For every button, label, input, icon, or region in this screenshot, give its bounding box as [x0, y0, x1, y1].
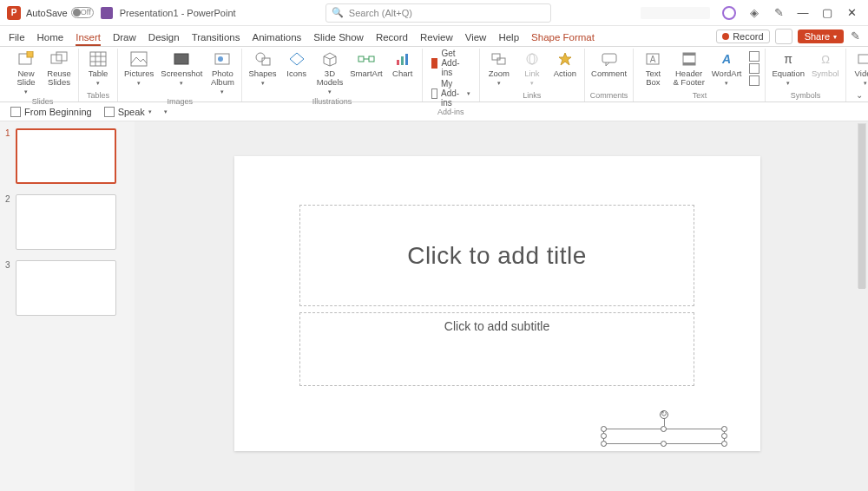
autosave-label: AutoSave — [26, 8, 68, 18]
smartart-button[interactable]: SmartArt — [349, 49, 383, 97]
chart-button[interactable]: Chart — [389, 49, 417, 97]
resize-handle[interactable] — [661, 426, 667, 432]
account-name[interactable] — [641, 7, 710, 19]
reuse-slides-button[interactable]: Reuse Slides — [45, 49, 73, 97]
models-3d-button[interactable]: 3D Models▾ — [316, 49, 345, 97]
present-mode-button[interactable] — [775, 29, 792, 44]
speak-button[interactable]: Speak ▾ — [104, 107, 152, 117]
maximize-button[interactable]: ▢ — [821, 6, 833, 19]
svg-point-13 — [256, 53, 265, 62]
tab-draw[interactable]: Draw — [113, 32, 136, 46]
svg-rect-23 — [405, 54, 408, 65]
my-addins-button[interactable]: My Add-ins ▾ — [431, 79, 470, 108]
slide-number-icon[interactable] — [749, 63, 760, 74]
tab-shape-format[interactable]: Shape Format — [531, 32, 595, 46]
avatar[interactable] — [722, 6, 736, 20]
tab-design[interactable]: Design — [148, 32, 180, 46]
thumbnail-2[interactable]: 2 — [5, 194, 128, 250]
group-label-illustrations: Illustrations — [312, 97, 352, 108]
svg-rect-9 — [131, 52, 147, 66]
svg-rect-4 — [90, 52, 106, 66]
tab-review[interactable]: Review — [420, 32, 453, 46]
collapse-ribbon-button[interactable]: ⌄ — [856, 90, 863, 100]
date-time-icon[interactable] — [749, 51, 760, 62]
selected-textbox-shape[interactable] — [603, 429, 725, 444]
customize-qat-button[interactable]: ▾ — [164, 108, 168, 115]
svg-text:A: A — [721, 52, 731, 66]
object-icon[interactable] — [749, 75, 760, 86]
vertical-scrollbar[interactable] — [858, 123, 866, 288]
from-beginning-button[interactable]: From Beginning — [10, 107, 92, 117]
scrollbar-thumb[interactable] — [858, 124, 865, 289]
subtitle-placeholder[interactable]: Click to add subtitle — [299, 312, 694, 386]
group-tables: Table▾ Tables — [79, 49, 118, 101]
tab-view[interactable]: View — [465, 32, 487, 46]
get-addins-button[interactable]: Get Add-ins — [431, 49, 470, 77]
shapes-button[interactable]: Shapes▾ — [247, 49, 277, 97]
toggle-icon[interactable]: Off — [71, 7, 94, 18]
header-footer-icon — [680, 50, 699, 68]
resize-handle[interactable] — [721, 441, 727, 447]
symbol-button[interactable]: Ω Symbol — [811, 49, 840, 88]
link-button[interactable]: Link▾ — [518, 49, 546, 88]
tab-slideshow[interactable]: Slide Show — [313, 32, 364, 46]
resize-handle[interactable] — [601, 433, 607, 439]
record-button[interactable]: Record — [716, 29, 769, 43]
ribbon-tabs: File Home Insert Draw Design Transitions… — [0, 26, 868, 47]
close-button[interactable]: ✕ — [845, 6, 858, 19]
comment-button[interactable]: Comment — [590, 49, 628, 80]
save-icon[interactable] — [101, 7, 113, 19]
resize-handle[interactable] — [661, 441, 667, 447]
icons-icon — [287, 50, 306, 68]
wordart-icon: A — [717, 50, 736, 68]
autosave-toggle[interactable]: AutoSave Off — [26, 7, 94, 18]
pictures-button[interactable]: Pictures▾ — [123, 49, 155, 97]
zoom-button[interactable]: Zoom▾ — [485, 49, 513, 88]
comments-pane-icon[interactable]: ✎ — [849, 30, 861, 43]
photo-album-button[interactable]: Photo Album▾ — [208, 49, 236, 97]
tab-file[interactable]: File — [9, 32, 25, 46]
text-box-button[interactable]: A Text Box — [639, 49, 667, 88]
shapes-icon — [253, 50, 273, 68]
tab-insert[interactable]: Insert — [76, 32, 101, 46]
screenshot-icon — [172, 50, 191, 68]
tab-home[interactable]: Home — [37, 32, 64, 46]
pen-icon[interactable]: ✎ — [773, 7, 785, 19]
title-placeholder[interactable]: Click to add title — [299, 205, 694, 306]
table-button[interactable]: Table▾ — [84, 49, 112, 88]
tab-help[interactable]: Help — [498, 32, 519, 46]
svg-text:π: π — [784, 52, 792, 66]
share-button[interactable]: Share▾ — [798, 29, 844, 43]
svg-rect-29 — [602, 54, 616, 62]
diamond-icon[interactable]: ◈ — [748, 7, 760, 19]
thumbnail-1[interactable]: 1 — [5, 128, 128, 184]
slide[interactable]: Click to add title Click to add subtitle — [234, 156, 760, 451]
resize-handle[interactable] — [601, 426, 607, 432]
rotate-handle[interactable] — [660, 410, 668, 419]
action-button[interactable]: Action — [551, 49, 579, 88]
resize-handle[interactable] — [601, 441, 607, 447]
tab-record[interactable]: Record — [376, 32, 408, 46]
search-input[interactable]: 🔍 Search (Alt+Q) — [326, 3, 551, 23]
tab-transitions[interactable]: Transitions — [192, 32, 240, 46]
minimize-button[interactable]: — — [797, 6, 809, 19]
video-button[interactable]: Video▾ — [852, 49, 868, 88]
tab-animations[interactable]: Animations — [252, 32, 301, 46]
group-comments: Comment Comments — [585, 49, 635, 101]
document-title[interactable]: Presentation1 - PowerPoint — [120, 8, 236, 18]
icons-button[interactable]: Icons — [283, 49, 311, 97]
resize-handle[interactable] — [721, 426, 727, 432]
slide-thumbnails-pane[interactable]: 1 2 3 — [0, 121, 135, 491]
equation-button[interactable]: π Equation▾ — [771, 49, 806, 88]
thumbnail-3[interactable]: 3 — [5, 260, 128, 316]
svg-rect-18 — [358, 56, 364, 62]
slide-canvas-area[interactable]: Click to add title Click to add subtitle — [135, 121, 868, 491]
resize-handle[interactable] — [721, 433, 727, 439]
equation-icon: π — [779, 50, 798, 68]
group-label-tables: Tables — [87, 91, 109, 101]
header-footer-button[interactable]: Header & Footer — [672, 49, 705, 88]
pictures-icon — [129, 50, 148, 68]
wordart-button[interactable]: A WordArt▾ — [711, 49, 743, 88]
new-slide-button[interactable]: New Slide▾ — [12, 49, 40, 97]
screenshot-button[interactable]: Screenshot▾ — [160, 49, 203, 97]
